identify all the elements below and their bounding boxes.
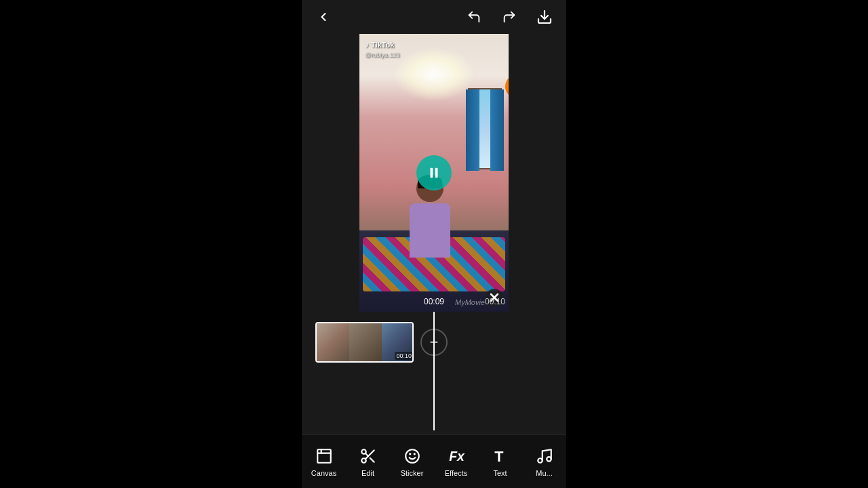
video-area: ♪ TikTok @rubiya.123 [359,34,509,312]
toolbar-text[interactable]: T Text [481,446,519,477]
video-background: ♪ TikTok @rubiya.123 [359,34,509,312]
toolbar-edit[interactable]: Edit [349,446,387,477]
svg-line-12 [365,453,368,455]
sticker-icon [402,446,422,466]
svg-rect-5 [317,449,331,463]
effects-icon: Fx [446,446,467,466]
music-label: Mu... [536,469,552,477]
download-button[interactable] [534,6,555,28]
movie-title: MyMovie [455,298,485,306]
clip-thumbnail-2 [349,323,382,361]
window [468,88,502,169]
svg-point-18 [538,458,542,463]
undo-button[interactable] [463,6,485,28]
text-icon: T [490,446,511,466]
playhead [433,312,435,430]
clip-thumbnail-1 [317,323,349,361]
clip-thumbnail-3: 00:10 [382,323,414,361]
effects-label: Effects [445,469,467,477]
scissors-icon [358,446,378,466]
canvas-icon [314,446,334,466]
ceiling-light [393,47,475,102]
svg-text:Fx: Fx [449,448,465,463]
svg-text:T: T [494,447,503,464]
svg-line-11 [370,458,374,462]
music-icon [534,446,555,466]
end-time: 00:10 [485,297,505,306]
current-time: 00:09 [424,297,444,306]
sticker-label: Sticker [401,469,424,477]
edit-label: Edit [361,469,374,477]
back-button[interactable] [313,6,334,28]
top-bar [302,0,566,34]
toolbar-music[interactable]: Mu... [526,446,563,477]
video-clip[interactable]: 00:10 [315,322,414,363]
svg-rect-2 [435,168,438,178]
toolbar-canvas[interactable]: Canvas [305,446,342,477]
bottom-toolbar: Canvas Edit [302,434,566,488]
user-avatar [505,75,509,98]
app-container: ♪ TikTok @rubiya.123 [302,0,566,488]
clip-duration: 00:10 [395,352,413,360]
video-frame: ♪ TikTok @rubiya.123 [359,34,509,312]
redo-button[interactable] [498,6,520,28]
text-label: Text [493,469,507,477]
svg-point-19 [547,457,551,462]
canvas-label: Canvas [311,469,336,477]
svg-point-13 [406,449,419,463]
toolbar-sticker[interactable]: Sticker [393,446,431,477]
toolbar-effects[interactable]: Fx Effects [437,446,475,477]
svg-rect-1 [431,168,433,178]
tiktok-watermark: ♪ TikTok @rubiya.123 [365,39,399,59]
pause-button[interactable] [416,155,452,190]
